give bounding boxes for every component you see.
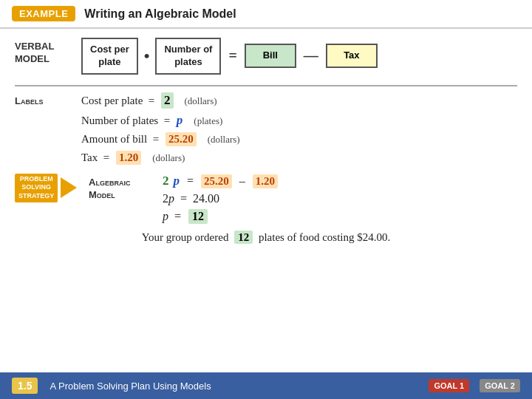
algebraic-model-label: Algebraic Model xyxy=(89,177,155,202)
alg-label-line1: Algebraic xyxy=(89,177,130,188)
alg-eq1-eq: = xyxy=(184,174,197,188)
conclusion-text1: Your group ordered xyxy=(142,231,229,243)
alg-label-line2: Model xyxy=(89,189,115,200)
verbal-model-content: Cost perplate • Number ofplates = Bill —… xyxy=(81,38,378,75)
verbal-box-cost: Cost perplate xyxy=(81,38,138,75)
conclusion-text2: plates of food costing $24.00. xyxy=(259,231,390,243)
alg-equation3: p = 12 xyxy=(163,209,278,224)
verbal-label-line1: VERBAL xyxy=(15,41,54,52)
goal2-badge: GOAL 2 xyxy=(480,379,520,392)
footer-bar: 1.5 A Problem Solving Plan Using Models … xyxy=(0,372,532,399)
alg-eq1-minus: – xyxy=(236,174,248,188)
label-bill-text: Amount of bill = xyxy=(81,133,162,146)
label-plates-unit: (plates) xyxy=(194,115,222,127)
goal1-badge: GOAL 1 xyxy=(429,379,469,392)
header-title: Writing an Algebraic Model xyxy=(84,7,236,21)
verbal-box-plates: Number ofplates xyxy=(155,38,221,75)
alg-eq3-value: 12 xyxy=(188,209,208,224)
verbal-model-label: VERBAL MODEL xyxy=(15,41,81,66)
label-line-bill: Amount of bill = 25.20 (dollars) xyxy=(81,132,240,146)
verbal-dot: • xyxy=(143,47,151,66)
footer-text: A Problem Solving Plan Using Models xyxy=(50,381,418,392)
conclusion-highlight: 12 xyxy=(234,231,253,244)
verbal-minus: — xyxy=(301,47,321,64)
verbal-equals: = xyxy=(225,47,239,64)
divider xyxy=(15,85,517,86)
labels-label: Labels xyxy=(15,95,43,106)
alg-eq2-text: 2p = 24.00 xyxy=(163,192,219,205)
label-cost-value: 2 xyxy=(161,92,174,109)
verbal-label-line2: MODEL xyxy=(15,53,50,64)
alg-eq1-2: 2 xyxy=(163,174,169,188)
label-tax-text: Tax = xyxy=(81,151,112,164)
verbal-model-row: VERBAL MODEL Cost perplate • Number ofpl… xyxy=(15,38,517,75)
labels-row: Labels Cost per plate = 2 (dollars) Numb… xyxy=(15,92,517,165)
labels-content: Cost per plate = 2 (dollars) Number of p… xyxy=(81,92,240,165)
problem-solving-badge: PROBLEMSOLVINGSTRATEGY xyxy=(15,174,58,202)
label-line-cost: Cost per plate = 2 (dollars) xyxy=(81,92,240,109)
label-plates-text: Number of plates = xyxy=(81,115,173,127)
label-tax-value: 1.20 xyxy=(116,151,141,165)
header: EXAMPLE Writing an Algebraic Model xyxy=(0,0,532,29)
footer-number: 1.5 xyxy=(12,378,38,394)
label-line-plates: Number of plates = p (plates) xyxy=(81,113,240,128)
algebraic-content: 2 p = 25.20 – 1.20 2p = 24.00 p = 12 xyxy=(163,174,278,224)
label-line-tax: Tax = 1.20 (dollars) xyxy=(81,151,240,165)
main-content: VERBAL MODEL Cost perplate • Number ofpl… xyxy=(0,29,532,250)
alg-eq1-p: p xyxy=(174,174,180,188)
conclusion: Your group ordered 12 plates of food cos… xyxy=(15,231,517,244)
alg-eq3-p: p = xyxy=(163,210,184,223)
algebraic-model-row: PROBLEMSOLVINGSTRATEGY Algebraic Model 2… xyxy=(15,174,517,224)
labels-section-label: Labels xyxy=(15,95,81,108)
label-cost-text: Cost per plate = xyxy=(81,95,157,107)
arrow-icon xyxy=(61,177,77,198)
label-cost-unit: (dollars) xyxy=(185,95,217,107)
example-badge: EXAMPLE xyxy=(12,6,75,21)
label-tax-unit: (dollars) xyxy=(152,152,185,164)
alg-equation1: 2 p = 25.20 – 1.20 xyxy=(163,174,278,188)
label-plates-value: p xyxy=(177,113,183,128)
alg-eq1-2520: 25.20 xyxy=(201,174,232,188)
verbal-box-tax: Tax xyxy=(326,44,378,68)
label-bill-value: 25.20 xyxy=(166,132,197,146)
label-bill-unit: (dollars) xyxy=(208,134,240,146)
verbal-box-bill: Bill xyxy=(245,44,296,68)
alg-equation2: 2p = 24.00 xyxy=(163,192,278,205)
alg-eq1-120: 1.20 xyxy=(253,174,278,188)
